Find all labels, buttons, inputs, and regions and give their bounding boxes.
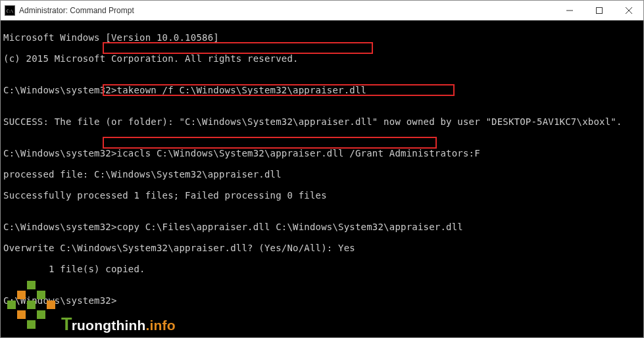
watermark-logo-icon xyxy=(7,281,59,332)
terminal-line: C:\Windows\system32> xyxy=(3,295,641,306)
watermark: T ruongthinh .info xyxy=(7,281,176,332)
watermark-letter-t: T xyxy=(61,319,72,329)
watermark-text: T ruongthinh .info xyxy=(61,319,176,331)
highlight-box-takeown xyxy=(103,42,373,54)
terminal-line: C:\Windows\system32>icacls C:\Windows\Sy… xyxy=(3,148,641,158)
window-title: Administrator: Command Prompt xyxy=(19,6,134,15)
terminal-line: (c) 2015 Microsoft Corporation. All righ… xyxy=(3,53,641,64)
svg-rect-1 xyxy=(596,8,602,14)
terminal-line: Overwrite C:\Windows\System32\appraiser.… xyxy=(3,243,641,253)
terminal-line: Successfully processed 1 files; Failed p… xyxy=(3,190,641,201)
close-button[interactable] xyxy=(614,1,643,20)
cmd-icon xyxy=(5,5,15,16)
terminal-line: C:\Windows\system32>copy C:\Files\apprai… xyxy=(3,222,641,232)
window-controls xyxy=(555,1,643,20)
maximize-button[interactable] xyxy=(584,1,614,20)
terminal-line: SUCCESS: The file (or folder): "C:\Windo… xyxy=(3,116,641,127)
terminal-line: C:\Windows\system32>takeown /f C:\Window… xyxy=(3,85,641,95)
watermark-name: ruongthinh xyxy=(72,320,146,331)
terminal-output[interactable]: Microsoft Windows [Version 10.0.10586] (… xyxy=(1,20,643,337)
highlight-box-copy xyxy=(103,137,437,149)
terminal-line: Microsoft Windows [Version 10.0.10586] xyxy=(3,32,641,43)
terminal-line: processed file: C:\Windows\System32\appr… xyxy=(3,169,641,180)
window-titlebar[interactable]: Administrator: Command Prompt xyxy=(1,1,643,20)
terminal-line: 1 file(s) copied. xyxy=(3,264,641,274)
watermark-domain: .info xyxy=(146,320,176,331)
minimize-button[interactable] xyxy=(555,1,584,20)
